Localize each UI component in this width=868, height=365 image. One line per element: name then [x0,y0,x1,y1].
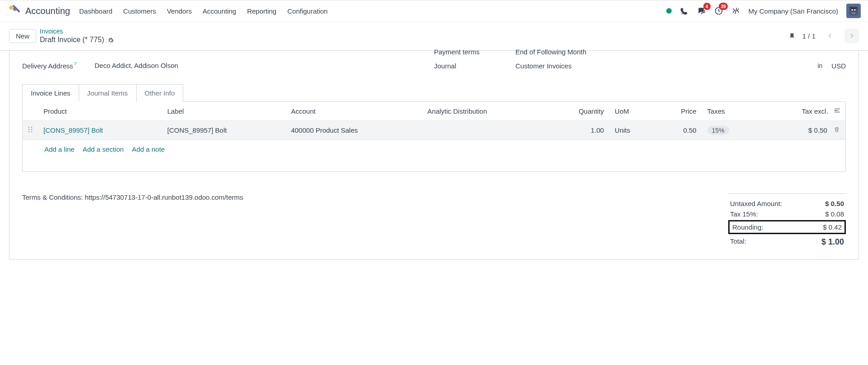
presence-indicator-icon [666,8,672,14]
nav-dashboard[interactable]: Dashboard [79,7,112,15]
svg-point-0 [9,6,13,10]
total-value: $ 1.00 [821,237,844,247]
top-navbar: Accounting Dashboard Customers Vendors A… [0,0,868,22]
col-account[interactable]: Account [285,102,422,121]
svg-point-20 [31,131,33,133]
add-line-link[interactable]: Add a line [44,145,75,153]
new-button[interactable]: New [9,29,36,43]
account-cell[interactable]: 400000 Product Sales [291,126,358,134]
svg-point-14 [835,110,836,111]
voip-icon[interactable] [680,6,689,15]
delivery-address-value[interactable]: Deco Addict, Addison Olson [95,62,178,69]
company-selector[interactable]: My Company (San Francisco) [749,7,838,15]
rounding-row: Rounding: $ 0.42 [728,220,846,234]
total-label: Total: [730,237,746,247]
col-tax-excl[interactable]: Tax excl. [759,102,845,121]
product-cell[interactable]: [CONS_89957] Bolt [43,126,103,134]
quantity-cell[interactable]: 1.00 [591,126,604,134]
svg-point-19 [28,131,30,133]
svg-point-9 [851,9,853,11]
help-icon[interactable]: ? [74,62,77,67]
nav-vendors[interactable]: Vendors [167,7,192,15]
untaxed-label: Untaxed Amount: [730,200,782,207]
tax-chip[interactable]: 15% [707,126,729,135]
tax-excl-cell: $ 0.50 [808,126,827,134]
drag-handle-icon[interactable] [28,126,33,133]
payment-terms-label: Payment terms [434,48,516,56]
svg-point-10 [854,9,856,11]
messages-icon[interactable]: 4 [697,6,706,15]
footer-area: Terms & Conditions: https://54730713-17-… [22,193,846,248]
activities-icon[interactable]: 39 [714,6,723,15]
add-section-link[interactable]: Add a section [83,145,124,153]
terms-text[interactable]: Terms & Conditions: https://54730713-17-… [22,193,728,201]
app-name[interactable]: Accounting [25,6,70,16]
col-uom[interactable]: UoM [609,102,655,121]
nav-customers[interactable]: Customers [123,7,156,15]
col-analytic[interactable]: Analytic Distribution [422,102,546,121]
untaxed-value: $ 0.50 [825,200,844,207]
nav-reporting[interactable]: Reporting [247,7,276,15]
app-logo-icon [7,5,20,17]
col-label[interactable]: Label [162,102,286,121]
svg-rect-5 [681,14,683,14]
svg-point-13 [839,111,840,112]
currency-in-label: in [817,62,822,69]
top-fields: Delivery Address? Deco Addict, Addison O… [22,51,846,76]
svg-point-16 [31,127,33,128]
nav-accounting[interactable]: Accounting [203,7,236,15]
journal-value[interactable]: Customer Invoices [516,62,572,70]
payment-terms-value[interactable]: End of Following Month [516,48,587,56]
optional-columns-icon[interactable] [834,107,840,114]
control-panel: New Invoices Draft Invoice (* 775) 1 / 1 [0,22,868,50]
svg-rect-4 [683,13,684,14]
col-price[interactable]: Price [655,102,702,121]
svg-point-15 [28,127,30,128]
tab-other-info[interactable]: Other Info [136,84,184,102]
journal-label: Journal [434,62,516,70]
uom-cell[interactable]: Units [615,126,630,134]
rounding-label: Rounding: [732,223,763,231]
pager-text[interactable]: 1 / 1 [802,32,816,40]
col-taxes[interactable]: Taxes [702,102,759,121]
svg-rect-6 [683,14,684,14]
pager-next-button[interactable] [844,29,859,43]
add-note-link[interactable]: Add a note [132,145,165,153]
delete-row-icon[interactable] [834,126,840,133]
breadcrumb-current: Draft Invoice (* 775) [40,35,114,45]
tab-journal-items[interactable]: Journal Items [79,84,137,102]
topbar-right: 4 39 My Company (San Francisco) [666,4,861,18]
delivery-address-label: Delivery Address? [22,62,95,70]
tabs: Invoice Lines Journal Items Other Info [22,84,846,102]
tax-line-value: $ 0.08 [825,210,844,218]
tab-invoice-lines[interactable]: Invoice Lines [22,84,79,102]
gear-icon[interactable] [108,37,114,43]
table-row[interactable]: [CONS_89957] Bolt [CONS_89957] Bolt 4000… [23,120,845,139]
user-avatar[interactable] [846,4,861,18]
nav-menu: Dashboard Customers Vendors Accounting R… [79,7,327,15]
debug-tools-icon[interactable] [731,6,740,15]
svg-point-12 [839,108,840,109]
rounding-value: $ 0.42 [823,223,842,231]
breadcrumb-parent[interactable]: Invoices [40,27,114,35]
col-quantity[interactable]: Quantity [546,102,609,121]
svg-rect-3 [681,13,683,14]
invoice-lines-pane: Product Label Account Analytic Distribut… [22,101,846,172]
control-panel-right: 1 / 1 [789,29,859,43]
activities-badge: 39 [719,3,727,10]
col-product[interactable]: Product [38,102,162,121]
svg-point-17 [28,129,30,130]
pager-prev-button[interactable] [823,29,837,43]
label-cell[interactable]: [CONS_89957] Bolt [167,126,227,134]
price-cell[interactable]: 0.50 [683,126,696,134]
add-actions: Add a line Add a section Add a note [23,140,845,153]
messages-badge: 4 [703,3,711,10]
breadcrumb: Invoices Draft Invoice (* 775) [40,27,114,45]
bookmark-icon[interactable] [789,32,795,40]
record-title: Draft Invoice (* 775) [40,35,104,45]
invoice-lines-table: Product Label Account Analytic Distribut… [23,102,845,140]
form-sheet: Delivery Address? Deco Addict, Addison O… [9,51,859,259]
nav-configuration[interactable]: Configuration [287,7,327,15]
totals-block: Untaxed Amount: $ 0.50 Tax 15%: $ 0.08 R… [728,193,846,248]
currency-value[interactable]: USD [831,62,846,70]
